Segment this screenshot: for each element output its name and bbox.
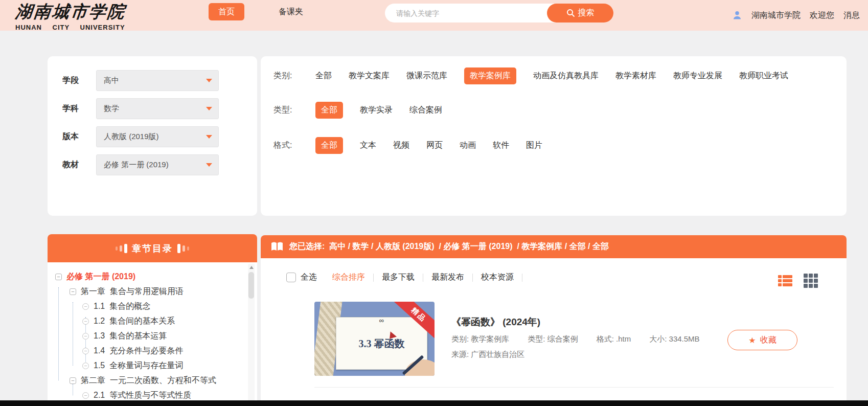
collapse-icon[interactable]: − — [82, 318, 89, 325]
tree-node-1-3[interactable]: −1.3 集合的基本运算 — [48, 329, 257, 344]
select-all-checkbox[interactable] — [286, 273, 296, 282]
filter-label-textbook: 教材 — [62, 160, 79, 170]
filter-row-edition: 版本 人教版 (2019版) — [48, 126, 257, 147]
tree-node-chapter1[interactable]: −第一章 集合与常用逻辑用语 — [48, 284, 257, 299]
format-option[interactable]: 动画 — [460, 140, 476, 151]
search-input[interactable] — [396, 4, 539, 22]
result-thumbnail[interactable]: 3.3 幂函数 精品 — [314, 302, 435, 376]
tree-node-label: 1.3 集合的基本运算 — [94, 331, 167, 342]
collapse-icon[interactable]: − — [82, 392, 89, 399]
meta-category-label: 类别: — [451, 334, 469, 343]
collapse-icon[interactable]: − — [82, 363, 89, 369]
edition-dropdown[interactable]: 人教版 (2019版) — [96, 126, 219, 147]
subject-value: 数学 — [104, 104, 119, 114]
sort-option-comprehensive[interactable]: 综合排序 — [332, 272, 373, 283]
chevron-down-icon — [206, 163, 212, 167]
filter-label-edition: 版本 — [62, 131, 79, 142]
filter-row-subject: 学科 数学 — [48, 98, 257, 119]
header-decoration-left — [116, 244, 127, 253]
subject-dropdown[interactable]: 数学 — [96, 98, 219, 119]
meta-format-label: 格式: — [597, 334, 614, 343]
grid-view-icon[interactable] — [804, 274, 818, 288]
tree-node-1-1[interactable]: −1.1 集合的概念 — [48, 299, 257, 314]
nav-lesson-folder[interactable]: 备课夹 — [279, 7, 303, 17]
category-option[interactable]: 教师专业发展 — [673, 71, 722, 81]
stage-dropdown[interactable]: 高中 — [96, 70, 219, 91]
source-label: 来源: — [451, 350, 469, 358]
user-area: 湖南城市学院 欢迎您 消息 — [732, 0, 860, 31]
type-option[interactable]: 教学实录 — [360, 105, 393, 116]
sort-option-most-downloaded[interactable]: 最多下载 — [374, 272, 423, 283]
format-option-selected[interactable]: 全部 — [315, 137, 343, 154]
selection-summary-bar: 您已选择: 高中 / 数学 / 人教版 (2019版) / 必修 第一册 (20… — [261, 235, 847, 258]
top-header: 湖南城市学院 HUNAN CITY UNIVERSITY 首页 备课夹 搜索 湖… — [0, 0, 868, 31]
type-option-selected[interactable]: 全部 — [315, 102, 343, 119]
messages-link[interactable]: 消息 — [843, 10, 860, 21]
collapse-icon[interactable]: − — [70, 377, 76, 384]
user-name[interactable]: 湖南城市学院 — [751, 10, 801, 21]
collapse-icon[interactable]: − — [82, 303, 89, 310]
meta-format-value: .htm — [616, 334, 631, 343]
tree-node-1-4[interactable]: −1.4 充分条件与必要条件 — [48, 344, 257, 358]
tree-node-label: 必修 第一册 (2019) — [66, 272, 135, 282]
result-title[interactable]: 《幂函数》 (2024年) — [451, 315, 540, 329]
meta-type: 类型: 综合案例 — [528, 334, 578, 344]
search-button[interactable]: 搜索 — [547, 4, 613, 22]
tree-node-label: 1.5 全称量词与存在量词 — [94, 360, 183, 371]
collapse-icon[interactable]: − — [55, 274, 62, 280]
list-view-icon[interactable] — [778, 275, 792, 286]
tree-node-2-1[interactable]: −2.1 等式性质与不等式性质 — [48, 388, 257, 403]
category-option[interactable]: 教学文案库 — [349, 71, 390, 81]
category-option[interactable]: 教师职业考试 — [739, 71, 788, 81]
tree-node-book[interactable]: −必修 第一册 (2019) — [48, 269, 257, 284]
sort-option-school-resource[interactable]: 校本资源 — [473, 272, 522, 283]
sort-option-newest[interactable]: 最新发布 — [423, 272, 472, 283]
separator — [522, 274, 522, 282]
category-option[interactable]: 动画及仿真教具库 — [533, 71, 599, 81]
chevron-down-icon — [206, 135, 212, 139]
nav-home-button[interactable]: 首页 — [209, 3, 244, 20]
star-icon: ★ — [748, 335, 756, 345]
chevron-down-icon — [206, 107, 212, 110]
collapse-icon[interactable]: − — [82, 333, 89, 340]
tree-node-label: 第二章 一元二次函数、方程和不等式 — [81, 375, 216, 386]
result-divider — [314, 387, 834, 388]
filter-label-stage: 学段 — [62, 75, 79, 86]
textbook-dropdown[interactable]: 必修 第一册 (2019) — [96, 154, 219, 175]
select-all-label[interactable]: 全选 — [301, 272, 317, 283]
category-option-selected[interactable]: 教学案例库 — [464, 67, 516, 84]
scroll-up-arrow-icon[interactable] — [249, 266, 254, 269]
category-options: 全部 教学文案库 微课示范库 教学案例库 动画及仿真教具库 教学素材库 教师专业… — [315, 67, 788, 84]
format-option[interactable]: 网页 — [426, 140, 443, 151]
collapse-icon[interactable]: − — [70, 288, 76, 295]
format-option[interactable]: 图片 — [526, 140, 542, 151]
category-option[interactable]: 全部 — [315, 71, 332, 81]
search-icon — [566, 9, 575, 17]
filter-row-stage: 学段 高中 — [48, 70, 257, 91]
search-bar: 搜索 — [385, 4, 613, 22]
category-option[interactable]: 教学素材库 — [615, 71, 656, 81]
logo-english: HUNAN CITY UNIVERSITY — [15, 24, 126, 31]
collapse-icon[interactable]: − — [82, 348, 89, 354]
result-meta-row: 类别: 教学案例库 类型: 综合案例 格式: .htm 大小: 334.5MB — [451, 334, 700, 344]
type-option[interactable]: 综合案例 — [409, 105, 442, 116]
tree-node-chapter2[interactable]: −第二章 一元二次函数、方程和不等式 — [48, 373, 257, 388]
user-icon — [732, 10, 742, 20]
category-option[interactable]: 微课示范库 — [406, 71, 447, 81]
type-options: 全部 教学实录 综合案例 — [315, 102, 442, 119]
format-option[interactable]: 文本 — [360, 140, 376, 151]
header-decoration-right — [177, 244, 189, 253]
tree-node-1-5[interactable]: −1.5 全称量词与存在量词 — [48, 358, 257, 373]
result-source-row: 来源: 广西壮族自治区 — [451, 350, 524, 359]
stage-value: 高中 — [104, 76, 119, 85]
tree-node-1-2[interactable]: −1.2 集合间的基本关系 — [48, 314, 257, 329]
format-option[interactable]: 视频 — [393, 140, 409, 151]
meta-category-value: 教学案例库 — [471, 334, 509, 343]
search-button-label: 搜索 — [578, 8, 595, 18]
favorite-button[interactable]: ★ 收藏 — [727, 330, 797, 350]
user-greeting: 欢迎您 — [810, 10, 834, 21]
format-option[interactable]: 软件 — [493, 140, 509, 151]
meta-format: 格式: .htm — [597, 334, 631, 344]
facet-row-category: 类别: 全部 教学文案库 微课示范库 教学案例库 动画及仿真教具库 教学素材库 … — [273, 67, 836, 84]
book-icon — [271, 242, 283, 252]
